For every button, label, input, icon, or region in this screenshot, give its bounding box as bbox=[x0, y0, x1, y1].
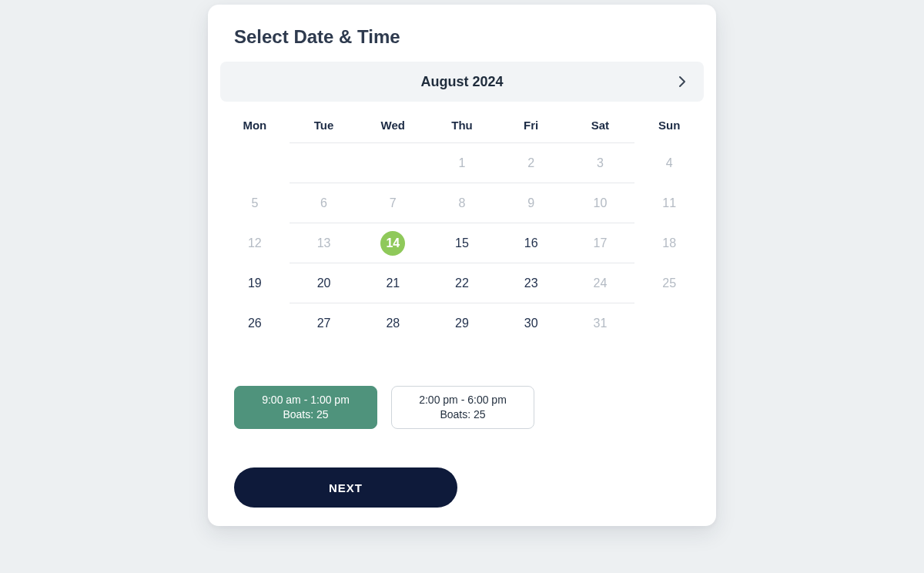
dow-cell: Mon bbox=[220, 106, 290, 142]
date-number: 26 bbox=[243, 311, 267, 336]
date-number: 7 bbox=[380, 191, 405, 216]
chevron-right-icon bbox=[678, 75, 686, 88]
calendar: Mon Tue Wed Thu Fri Sat Sun 123456789101… bbox=[220, 106, 704, 343]
dow-cell: Tue bbox=[290, 106, 359, 142]
date-cell[interactable]: 27 bbox=[290, 303, 359, 343]
date-cell[interactable]: 7 bbox=[358, 183, 427, 223]
next-button[interactable]: NEXT bbox=[234, 467, 457, 508]
page-title: Select Date & Time bbox=[208, 26, 716, 62]
date-row: 567891011 bbox=[220, 183, 704, 223]
date-cell bbox=[634, 303, 704, 343]
date-cell[interactable]: 8 bbox=[427, 183, 497, 223]
booking-card: Select Date & Time August 2024 Mon Tue W… bbox=[208, 5, 716, 526]
next-month-button[interactable] bbox=[671, 71, 693, 92]
date-cell bbox=[220, 142, 290, 183]
date-cell[interactable]: 26 bbox=[220, 303, 290, 343]
date-cell[interactable]: 19 bbox=[220, 263, 290, 303]
time-slot-boats: Boats: 25 bbox=[440, 407, 485, 422]
date-number: 21 bbox=[380, 271, 405, 296]
date-cell[interactable]: 5 bbox=[220, 183, 290, 223]
date-cell[interactable]: 4 bbox=[634, 142, 704, 183]
date-cell[interactable]: 3 bbox=[566, 142, 635, 183]
date-row: 19202122232425 bbox=[220, 263, 704, 303]
date-cell bbox=[358, 142, 427, 183]
date-number: 8 bbox=[450, 191, 474, 216]
date-number: 15 bbox=[450, 231, 474, 256]
date-cell[interactable]: 24 bbox=[566, 263, 635, 303]
date-number: 30 bbox=[519, 311, 544, 336]
date-number: 28 bbox=[380, 311, 405, 336]
date-cell[interactable]: 12 bbox=[220, 223, 290, 263]
date-number: 18 bbox=[657, 231, 681, 256]
date-number: 31 bbox=[588, 311, 612, 336]
date-row: 1234 bbox=[220, 142, 704, 183]
time-slot-range: 9:00 am - 1:00 pm bbox=[262, 393, 350, 407]
date-cell[interactable]: 14 bbox=[358, 223, 427, 263]
date-cell[interactable]: 30 bbox=[497, 303, 566, 343]
date-number: 5 bbox=[243, 191, 267, 216]
dow-row: Mon Tue Wed Thu Fri Sat Sun bbox=[220, 106, 704, 142]
date-cell[interactable]: 10 bbox=[566, 183, 635, 223]
date-row: 12131415161718 bbox=[220, 223, 704, 263]
date-cell[interactable]: 2 bbox=[497, 142, 566, 183]
time-slot-boats: Boats: 25 bbox=[283, 407, 328, 422]
date-cell[interactable]: 28 bbox=[358, 303, 427, 343]
time-slot[interactable]: 2:00 pm - 6:00 pm Boats: 25 bbox=[391, 386, 534, 429]
date-number: 9 bbox=[519, 191, 544, 216]
date-cell[interactable]: 29 bbox=[427, 303, 497, 343]
date-number: 12 bbox=[243, 231, 267, 256]
time-slot-range: 2:00 pm - 6:00 pm bbox=[419, 393, 507, 407]
date-cell[interactable]: 1 bbox=[427, 142, 497, 183]
date-cell[interactable]: 6 bbox=[290, 183, 359, 223]
date-cell[interactable]: 21 bbox=[358, 263, 427, 303]
date-number: 3 bbox=[588, 151, 612, 176]
date-number: 6 bbox=[312, 191, 336, 216]
date-number: 4 bbox=[657, 151, 681, 176]
date-number: 27 bbox=[312, 311, 336, 336]
dow-cell: Sat bbox=[566, 106, 635, 142]
date-cell[interactable]: 22 bbox=[427, 263, 497, 303]
date-number: 20 bbox=[312, 271, 336, 296]
dow-cell: Wed bbox=[358, 106, 427, 142]
date-cell[interactable]: 9 bbox=[497, 183, 566, 223]
date-cell bbox=[290, 142, 359, 183]
dow-cell: Sun bbox=[634, 106, 704, 142]
date-number: 29 bbox=[450, 311, 474, 336]
month-bar: August 2024 bbox=[220, 62, 704, 102]
date-cell[interactable]: 11 bbox=[634, 183, 704, 223]
time-slots: 9:00 am - 1:00 pm Boats: 25 2:00 pm - 6:… bbox=[234, 386, 690, 429]
date-number: 1 bbox=[450, 151, 474, 176]
date-cell[interactable]: 16 bbox=[497, 223, 566, 263]
month-label: August 2024 bbox=[420, 74, 503, 90]
date-number: 24 bbox=[588, 271, 612, 296]
date-number: 22 bbox=[450, 271, 474, 296]
date-cell[interactable]: 20 bbox=[290, 263, 359, 303]
date-number: 23 bbox=[519, 271, 544, 296]
date-row: 262728293031 bbox=[220, 303, 704, 343]
date-cell[interactable]: 25 bbox=[634, 263, 704, 303]
dow-cell: Fri bbox=[497, 106, 566, 142]
date-cell[interactable]: 17 bbox=[566, 223, 635, 263]
date-number: 10 bbox=[588, 191, 612, 216]
date-number: 11 bbox=[657, 191, 681, 216]
date-number: 17 bbox=[588, 231, 612, 256]
date-number: 13 bbox=[312, 231, 336, 256]
date-cell[interactable]: 18 bbox=[634, 223, 704, 263]
dow-cell: Thu bbox=[427, 106, 497, 142]
date-cell[interactable]: 31 bbox=[566, 303, 635, 343]
date-number: 16 bbox=[519, 231, 544, 256]
date-number: 14 bbox=[380, 231, 405, 256]
date-cell[interactable]: 15 bbox=[427, 223, 497, 263]
date-number: 19 bbox=[243, 271, 267, 296]
date-number: 25 bbox=[657, 271, 681, 296]
date-cell[interactable]: 13 bbox=[290, 223, 359, 263]
date-cell[interactable]: 23 bbox=[497, 263, 566, 303]
date-number: 2 bbox=[519, 151, 544, 176]
time-slot[interactable]: 9:00 am - 1:00 pm Boats: 25 bbox=[234, 386, 377, 429]
